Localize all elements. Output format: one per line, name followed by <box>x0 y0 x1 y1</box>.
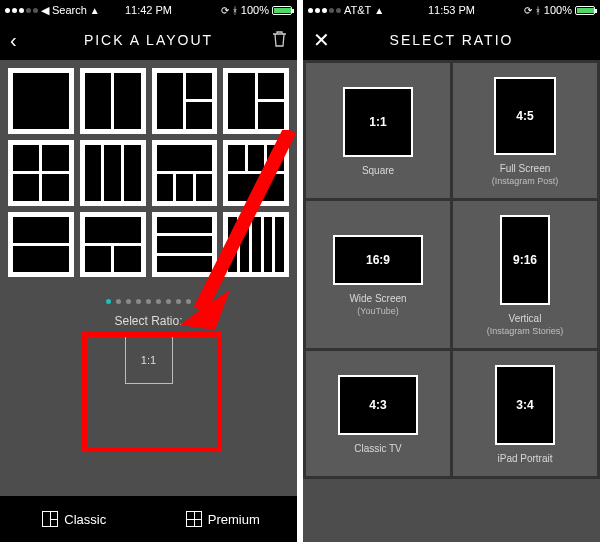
layout-tile[interactable] <box>152 68 218 134</box>
ratio-subtitle: (Instagram Stories) <box>487 326 564 336</box>
tab-classic[interactable]: Classic <box>0 496 149 542</box>
screen-header: ‹ PICK A LAYOUT <box>0 20 297 60</box>
classic-layout-icon <box>42 511 58 527</box>
ratio-grid-area: 1:1Square4:5Full Screen(Instagram Post)1… <box>303 60 600 542</box>
ratio-shape: 1:1 <box>343 87 413 157</box>
ratio-option[interactable]: 1:1Square <box>306 63 450 198</box>
ratio-name: Wide Screen <box>349 293 406 304</box>
ratio-name: Classic TV <box>354 443 402 454</box>
ratio-name: Full Screen <box>500 163 551 174</box>
premium-layout-icon <box>186 511 202 527</box>
wifi-icon: ▲ <box>374 5 384 16</box>
tab-premium-label: Premium <box>208 512 260 527</box>
page-dot <box>176 299 181 304</box>
signal-dots-icon <box>308 8 341 13</box>
battery-pct: 100% <box>241 4 269 16</box>
back-to-search-icon: ◀ <box>41 4 49 17</box>
tab-premium[interactable]: Premium <box>149 496 298 542</box>
status-bar: AT&T ▲ 11:53 PM ⟳ ᚼ 100% <box>303 0 600 20</box>
phone-right: AT&T ▲ 11:53 PM ⟳ ᚼ 100% ✕ SELECT RATIO … <box>303 0 600 542</box>
layout-tile[interactable] <box>223 68 289 134</box>
bottom-tabbar: Classic Premium <box>0 496 297 542</box>
page-dot <box>136 299 141 304</box>
layout-tile[interactable] <box>152 140 218 206</box>
orientation-lock-icon: ⟳ <box>221 5 229 16</box>
page-dot <box>106 299 111 304</box>
layout-tile[interactable] <box>8 68 74 134</box>
signal-dots-icon <box>5 8 38 13</box>
layout-tile[interactable] <box>80 140 146 206</box>
ratio-option[interactable]: 4:3Classic TV <box>306 351 450 476</box>
close-button[interactable]: ✕ <box>313 30 332 50</box>
screen-header: ✕ SELECT RATIO <box>303 20 600 60</box>
layout-tile[interactable] <box>8 212 74 278</box>
battery-icon <box>575 6 595 15</box>
current-ratio-value: 1:1 <box>141 354 156 366</box>
ratio-shape: 4:5 <box>494 77 556 155</box>
page-indicator <box>82 299 216 304</box>
layout-tile[interactable] <box>223 140 289 206</box>
ratio-shape: 9:16 <box>500 215 550 305</box>
trash-icon[interactable] <box>272 30 287 51</box>
ratio-option[interactable]: 16:9Wide Screen(YouTube) <box>306 201 450 348</box>
back-button[interactable]: ‹ <box>10 30 19 50</box>
page-dot <box>146 299 151 304</box>
page-dot <box>156 299 161 304</box>
layout-tile[interactable] <box>223 212 289 278</box>
statusbar-time: 11:42 PM <box>125 4 172 16</box>
ratio-name: Vertical <box>509 313 542 324</box>
layout-tile[interactable] <box>8 140 74 206</box>
ratio-shape: 16:9 <box>333 235 423 285</box>
layout-tile[interactable] <box>80 68 146 134</box>
orientation-lock-icon: ⟳ <box>524 5 532 16</box>
select-ratio-label: Select Ratio: <box>82 314 216 328</box>
page-dot <box>126 299 131 304</box>
ratio-shape: 4:3 <box>338 375 418 435</box>
tab-classic-label: Classic <box>64 512 106 527</box>
bluetooth-icon: ᚼ <box>232 5 238 16</box>
wifi-icon: ▲ <box>90 5 100 16</box>
ratio-subtitle: (Instagram Post) <box>492 176 559 186</box>
current-ratio-box[interactable]: 1:1 <box>125 336 173 384</box>
battery-icon <box>272 6 292 15</box>
bluetooth-icon: ᚼ <box>535 5 541 16</box>
header-title: SELECT RATIO <box>390 32 514 48</box>
ratio-name: Square <box>362 165 394 176</box>
layout-tile[interactable] <box>152 212 218 278</box>
battery-pct: 100% <box>544 4 572 16</box>
phone-left: ◀ Search ▲ 11:42 PM ⟳ ᚼ 100% ‹ PICK A LA… <box>0 0 297 542</box>
ratio-name: iPad Portrait <box>497 453 552 464</box>
carrier-label: AT&T <box>344 4 371 16</box>
ratio-shape: 3:4 <box>495 365 555 445</box>
ratio-option[interactable]: 9:16Vertical(Instagram Stories) <box>453 201 597 348</box>
header-title: PICK A LAYOUT <box>84 32 213 48</box>
ratio-option[interactable]: 3:4iPad Portrait <box>453 351 597 476</box>
page-dot <box>166 299 171 304</box>
page-dot <box>116 299 121 304</box>
statusbar-back-label: Search <box>52 4 87 16</box>
layout-tile[interactable] <box>80 212 146 278</box>
page-dot <box>186 299 191 304</box>
status-bar: ◀ Search ▲ 11:42 PM ⟳ ᚼ 100% <box>0 0 297 20</box>
select-ratio-panel[interactable]: Select Ratio: 1:1 <box>74 289 224 398</box>
layout-grid-area: Select Ratio: 1:1 <box>0 60 297 406</box>
ratio-option[interactable]: 4:5Full Screen(Instagram Post) <box>453 63 597 198</box>
statusbar-time: 11:53 PM <box>428 4 475 16</box>
ratio-subtitle: (YouTube) <box>357 306 398 316</box>
